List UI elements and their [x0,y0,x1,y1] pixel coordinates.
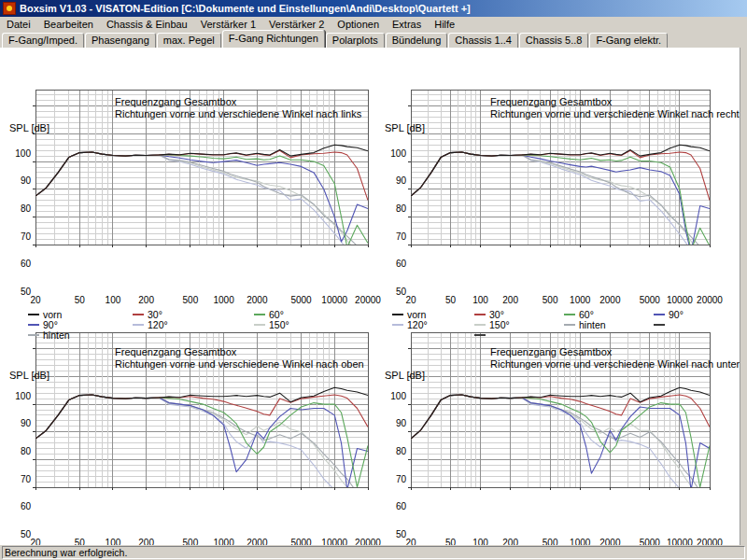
legend-label: hinten [579,319,606,330]
y-tick-label: 50 [7,529,31,539]
y-tick-label: 70 [382,474,406,484]
y-tick-label: 60 [382,501,406,511]
tab-chassis-1-4[interactable]: Chassis 1..4 [448,33,518,48]
menu-item-chassis-einbau[interactable]: Chassis & Einbau [100,18,194,31]
x-tick-label: 20 [405,295,416,305]
window-title: Boxsim V1.03 - VISATON-Edition [C:\Dokum… [20,3,471,14]
y-axis-label: SPL [dB] [385,122,425,133]
legend-swatch [654,324,665,326]
legend-label: hinten [43,329,70,341]
series-30deg [35,150,368,200]
y-axis-label: SPL [dB] [9,370,49,381]
menu-item-extras[interactable]: Extras [386,18,428,31]
tab-f-gang-elektr-[interactable]: F-Gang elektr. [589,33,668,48]
y-tick-label: 100 [382,391,406,401]
status-bar: Berechnung war erfolgreich. [0,545,747,560]
tab-f-gang-imped-[interactable]: F-Gang/Imped. [2,33,84,48]
x-tick-label: 50 [445,295,456,305]
menu-item-verst-rker-1[interactable]: Verstärker 1 [194,18,262,31]
x-tick-label: 1000 [213,295,233,305]
legend-swatch [28,324,39,326]
x-tick-label: 100 [472,295,488,305]
menu-item-verst-rker-2[interactable]: Verstärker 2 [262,18,331,31]
legend-swatch [28,314,39,315]
status-text: Berechnung war erfolgreich. [2,546,745,559]
tab-f-gang-richtungen[interactable]: F-Gang Richtungen [222,30,325,48]
x-tick-label: 10000 [667,295,693,305]
chart-subtitle: Richtungen vorne und verschiedene Winkel… [115,358,364,370]
chart-title: Frequenzgang Gesamtbox [115,346,236,357]
title-bar[interactable]: Boxsim V1.03 - VISATON-Edition [C:\Dokum… [0,0,747,17]
legend-swatch [474,314,486,315]
tab-polarplots[interactable]: Polarplots [326,33,385,48]
y-tick-label: 100 [7,148,31,159]
y-tick-label: 80 [7,203,31,214]
x-tick-label: 10000 [321,295,347,305]
y-tick-label: 90 [7,418,31,428]
y-axis-label: SPL [dB] [9,122,49,133]
chart-title: Frequenzgang Gesamtbox [490,96,612,107]
legend-label: 90° [669,309,684,320]
y-tick-label: 60 [7,501,31,511]
tab-chassis-5-8[interactable]: Chassis 5..8 [519,33,589,48]
menu-item-hilfe[interactable]: Hilfe [428,18,461,31]
menu-item-optionen[interactable]: Optionen [331,18,386,31]
y-tick-label: 50 [382,529,406,539]
series-vorn [411,145,710,196]
legend-label: 150° [489,319,510,330]
legend-swatch [474,324,486,326]
x-tick-label: 200 [138,295,154,305]
y-tick-label: 90 [382,418,406,428]
y-tick-label: 100 [7,391,31,401]
series-150deg [35,395,368,507]
legend-swatch [254,314,265,315]
x-tick-label: 2000 [599,295,620,305]
x-tick-label: 50 [75,295,85,305]
y-tick-label: 80 [382,446,406,456]
series-150deg [411,395,710,505]
x-tick-label: 20000 [355,295,381,305]
y-tick-label: 80 [382,203,406,214]
chart-subtitle: Richtungen vorne und verschiedene Winkel… [490,358,742,370]
menu-item-datei[interactable]: Datei [0,18,37,31]
tab-max-pegel[interactable]: max. Pegel [157,33,221,48]
y-tick-label: 60 [7,259,31,269]
y-tick-label: 60 [382,259,406,269]
x-tick-label: 500 [183,295,199,305]
menu-item-bearbeiten[interactable]: Bearbeiten [37,18,100,31]
legend-swatch [392,314,403,315]
x-tick-label: 5000 [640,295,660,305]
y-tick-label: 70 [382,231,406,242]
tab-bar: F-Gang/Imped.Phasengangmax. PegelF-Gang … [0,31,747,48]
y-tick-label: 70 [7,474,31,484]
series-120deg [411,395,710,505]
tab-b-ndelung[interactable]: Bündelung [386,33,448,48]
chart-title: Frequenzgang Gesamtbox [490,346,612,357]
right-gutter [740,48,747,545]
y-tick-label: 50 [7,287,31,297]
y-axis-label: SPL [dB] [385,370,425,381]
legend-label: 120° [148,319,168,330]
legend-swatch [564,314,575,315]
y-tick-label: 80 [7,446,31,456]
legend-swatch [133,324,144,326]
menu-bar: DateiBearbeitenChassis & EinbauVerstärke… [0,17,747,31]
x-tick-label: 20 [30,295,40,305]
y-tick-label: 70 [7,231,31,242]
legend-label: 120° [407,319,428,330]
legend-swatch [133,314,144,315]
chart-panel: Frequenzgang GesamtboxRichtungen vorne u… [0,48,740,545]
x-tick-label: 20000 [697,295,723,305]
y-tick-label: 90 [7,175,31,186]
x-tick-label: 2000 [247,295,267,305]
x-tick-label: 5000 [290,295,311,305]
legend-swatch [654,314,665,315]
chart-subtitle: Richtungen vorne und verschiedene Winkel… [115,108,361,119]
y-tick-label: 90 [382,175,406,186]
legend-swatch [28,334,39,336]
series-vorn [411,387,710,439]
y-tick-label: 50 [382,287,406,297]
series-vorn [35,145,368,196]
tab-phasengang[interactable]: Phasengang [85,33,156,48]
y-tick-label: 100 [382,148,406,159]
